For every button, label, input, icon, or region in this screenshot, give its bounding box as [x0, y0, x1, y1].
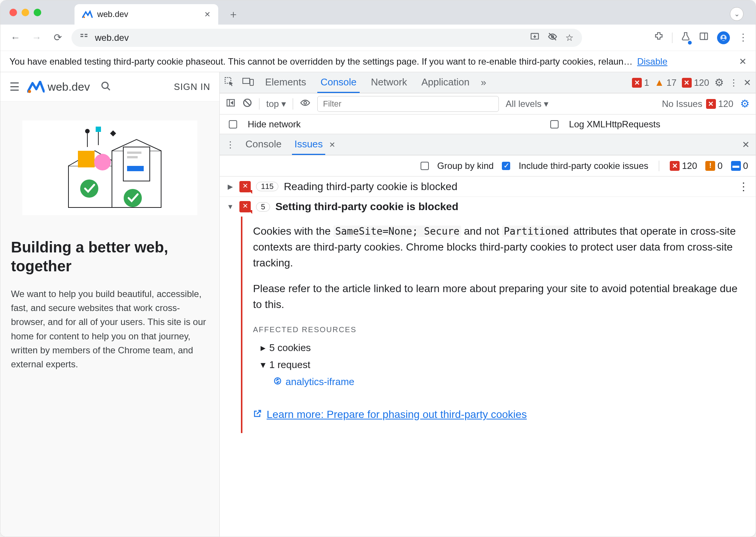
- devtools-menu-icon[interactable]: ⋮: [729, 77, 738, 88]
- tab-application[interactable]: Application: [418, 72, 472, 93]
- sign-in-button[interactable]: SIGN IN: [174, 82, 210, 92]
- execution-context-selector[interactable]: top ▾: [266, 99, 286, 109]
- svg-point-0: [84, 17, 85, 18]
- clear-console-icon[interactable]: [242, 98, 252, 110]
- group-by-kind-checkbox[interactable]: [421, 162, 429, 170]
- bookmark-star-icon[interactable]: ☆: [565, 32, 574, 43]
- issue-badge[interactable]: ✕120: [682, 77, 709, 88]
- issue-menu-icon[interactable]: ⋮: [738, 180, 749, 193]
- affected-requests-row[interactable]: ▾1 request: [261, 357, 745, 372]
- log-xhr-checkbox[interactable]: [550, 120, 559, 128]
- svg-rect-17: [127, 152, 141, 154]
- svg-point-21: [124, 189, 142, 207]
- tab-favicon: [82, 10, 93, 19]
- infobar-disable-link[interactable]: Disable: [637, 56, 668, 67]
- extensions-icon[interactable]: [654, 31, 664, 44]
- affected-resources-heading: Affected Resources: [253, 324, 745, 335]
- expand-caret-icon[interactable]: ▸: [261, 340, 265, 355]
- eye-off-icon[interactable]: [547, 31, 558, 44]
- svg-rect-19: [127, 166, 144, 171]
- hide-network-checkbox[interactable]: [229, 120, 237, 128]
- issue-title: Setting third-party cookie is blocked: [275, 201, 458, 213]
- devtools-close-icon[interactable]: ✕: [744, 77, 751, 88]
- drawer-menu-icon[interactable]: ⋮: [226, 139, 235, 150]
- tab-overflow-button[interactable]: ⌄: [730, 7, 744, 21]
- rendered-page: ☰ web.dev SIGN IN: [0, 72, 220, 537]
- issue-title: Reading third-party cookie is blocked: [284, 181, 457, 193]
- expand-caret-icon[interactable]: ▶: [227, 183, 234, 191]
- page-menu-icon[interactable]: ☰: [9, 80, 20, 93]
- filter-input[interactable]: [317, 96, 499, 112]
- close-window-dot[interactable]: [9, 9, 17, 16]
- affected-request-item[interactable]: analytics-iframe: [261, 375, 745, 389]
- group-by-kind-label: Group by kind: [437, 161, 494, 171]
- svg-point-14: [94, 154, 111, 170]
- issue-row[interactable]: ▶ ✕ 115 Reading third-party cookie is bl…: [220, 176, 756, 197]
- page-logo[interactable]: web.dev: [27, 80, 90, 93]
- browser-toolbar: ← → ⟳ web.dev ☆ ⋮: [0, 25, 756, 51]
- tab-strip: web.dev ✕ ＋ ⌄: [0, 0, 756, 25]
- no-issues-label[interactable]: No Issues: [662, 99, 702, 109]
- drawer-tab-issues[interactable]: Issues: [292, 134, 325, 155]
- svg-point-10: [28, 90, 31, 93]
- drawer-tab-console[interactable]: Console: [243, 134, 284, 155]
- live-expression-icon[interactable]: [300, 99, 310, 109]
- issue-detail: Cookies with the SameSite=None; Secure a…: [241, 217, 756, 433]
- tab-console[interactable]: Console: [317, 72, 359, 93]
- svg-point-20: [80, 180, 98, 198]
- browser-tab[interactable]: web.dev ✕: [75, 4, 218, 25]
- labs-flask-icon[interactable]: [681, 31, 691, 44]
- back-button[interactable]: ←: [8, 32, 23, 43]
- collapse-caret-icon[interactable]: ▾: [261, 357, 265, 372]
- minimize-window-dot[interactable]: [22, 9, 29, 16]
- console-sidebar-toggle-icon[interactable]: [226, 98, 236, 110]
- reload-button[interactable]: ⟳: [50, 32, 65, 43]
- console-settings-icon[interactable]: ⚙: [740, 97, 750, 110]
- issue-row[interactable]: ▼ ✕ 5 Setting third-party cookie is bloc…: [220, 197, 756, 217]
- drawer-tabbar: ⋮ Console Issues ✕ ✕: [220, 134, 756, 155]
- issue-paragraph: Please refer to the article linked to le…: [253, 281, 745, 313]
- more-tabs-icon[interactable]: »: [481, 77, 486, 88]
- drawer-close-icon[interactable]: ✕: [742, 139, 750, 150]
- affected-cookies-row[interactable]: ▸5 cookies: [261, 340, 745, 355]
- svg-rect-1: [81, 34, 83, 35]
- site-settings-icon[interactable]: [80, 32, 88, 43]
- install-app-icon[interactable]: [530, 32, 540, 44]
- log-levels-selector[interactable]: All levels ▾: [506, 99, 548, 109]
- collapse-caret-icon[interactable]: ▼: [227, 203, 234, 211]
- page-description: We want to help you build beautiful, acc…: [11, 287, 209, 371]
- side-panel-icon[interactable]: [699, 31, 709, 44]
- warning-badge[interactable]: ▲17: [655, 77, 677, 88]
- devtools-settings-icon[interactable]: ⚙: [714, 76, 724, 89]
- window-traffic-lights[interactable]: [9, 9, 41, 16]
- svg-rect-13: [78, 151, 95, 167]
- profile-avatar[interactable]: [717, 31, 730, 44]
- learn-more-link[interactable]: Learn more: Prepare for phasing out thir…: [253, 407, 527, 422]
- zoom-window-dot[interactable]: [34, 9, 41, 16]
- browser-menu-icon[interactable]: ⋮: [738, 32, 748, 43]
- error-badge[interactable]: ✕1: [632, 77, 649, 88]
- close-tab-icon[interactable]: ✕: [204, 10, 211, 19]
- svg-rect-23: [96, 127, 101, 132]
- include-3p-checkbox[interactable]: [502, 162, 510, 170]
- inspect-element-icon[interactable]: [224, 77, 234, 89]
- tab-title: web.dev: [97, 9, 128, 19]
- issue-count-pill: 5: [256, 202, 270, 212]
- devtools-tabbar: Elements Console Network Application » ✕…: [220, 72, 756, 93]
- tab-elements[interactable]: Elements: [262, 72, 309, 93]
- address-bar[interactable]: web.dev ☆: [71, 29, 582, 47]
- close-drawer-tab-icon[interactable]: ✕: [329, 140, 335, 149]
- page-title: Building a better web, together: [11, 238, 209, 275]
- infobar: You have enabled testing third-party coo…: [0, 51, 756, 72]
- console-toolbar: top ▾ All levels ▾ No Issues ✕120 ⚙: [220, 93, 756, 115]
- device-toolbar-icon[interactable]: [242, 77, 254, 89]
- svg-point-9: [722, 36, 725, 38]
- infobar-close-icon[interactable]: ✕: [739, 56, 747, 67]
- search-icon[interactable]: [101, 81, 111, 93]
- request-icon: [273, 375, 282, 389]
- forward-button: →: [29, 32, 44, 43]
- svg-rect-7: [700, 33, 708, 39]
- new-tab-button[interactable]: ＋: [224, 7, 242, 25]
- devtools-panel: Elements Console Network Application » ✕…: [220, 72, 756, 537]
- tab-network[interactable]: Network: [368, 72, 410, 93]
